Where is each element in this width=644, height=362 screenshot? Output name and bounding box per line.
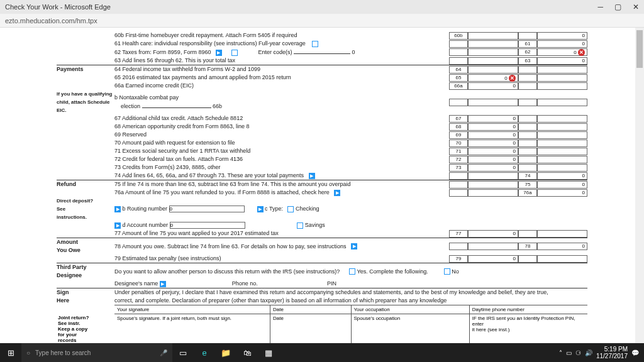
section-sign-here: Sign Here	[57, 288, 114, 305]
val-70[interactable]: 0	[468, 140, 518, 147]
daytime-phone-box[interactable]: Daytime phone number	[470, 305, 587, 314]
store-icon[interactable]: 🛍	[236, 343, 258, 362]
wifi-icon[interactable]: ⚆	[575, 349, 581, 356]
val-66a[interactable]: 0	[468, 82, 518, 90]
section-third-party: Third Party Designee	[57, 263, 114, 280]
play-icon[interactable]: ▶	[334, 190, 340, 196]
checkbox-tp-yes[interactable]	[349, 268, 355, 275]
declaration-2: correct, and complete. Declaration of pr…	[114, 297, 447, 304]
checkbox-checking[interactable]	[287, 206, 294, 212]
val-72[interactable]: 0	[468, 156, 518, 163]
line-64-text: 64 Federal income tax withheld from Form…	[114, 65, 449, 74]
linebox-62: 62	[518, 48, 537, 56]
close-icon[interactable]: ✕	[633, 3, 639, 11]
val-75[interactable]: 0	[537, 181, 587, 189]
line-72-text: 72 Credit for federal tax on fuels. Atta…	[114, 155, 449, 163]
error-icon: ✕	[509, 75, 516, 82]
val-73[interactable]: 0	[468, 164, 518, 172]
pin-label: PIN	[327, 280, 336, 287]
checkbox-tp-no[interactable]	[444, 268, 450, 275]
line-67-text: 67 Additional child tax credit. Attach S…	[114, 114, 449, 123]
section-dd: Direct deposit? See instructions.	[57, 197, 114, 221]
account-input[interactable]	[170, 222, 245, 229]
joint-return-label: Joint return? See instr. Keep a copy for…	[57, 314, 114, 343]
section-payments: Payments	[57, 65, 114, 74]
play-icon[interactable]: ▶	[160, 281, 166, 287]
election-label: election	[121, 103, 140, 109]
task-view-icon[interactable]: ▭	[172, 343, 194, 362]
spouse-occupation-box[interactable]: Spouse's occupation	[352, 314, 470, 343]
account-label: d Account number	[123, 222, 169, 228]
line-70-text: 70 Amount paid with request for extensio…	[114, 139, 449, 147]
val-64[interactable]	[468, 66, 518, 74]
line-77-text: 77 Amount of line 75 you want applied to…	[114, 229, 449, 238]
type-label: c Type:	[265, 206, 283, 212]
routing-input[interactable]	[169, 206, 245, 212]
linebox-61: 61	[518, 40, 537, 48]
date-box[interactable]: Date	[270, 305, 352, 314]
val-76a[interactable]: 0	[537, 189, 587, 197]
battery-icon[interactable]: ▭	[566, 349, 572, 356]
your-signature-box[interactable]: Your signature	[114, 305, 270, 314]
volume-icon[interactable]: 🔊	[585, 349, 592, 356]
checkbox-62[interactable]	[231, 50, 238, 56]
edge-icon[interactable]: e	[194, 343, 215, 362]
val-69[interactable]: 0	[468, 131, 518, 139]
spouse-signature-box[interactable]: Spouse's signature. If a joint return, b…	[114, 314, 270, 343]
windows-taskbar: ⊞ ○ Type here to search 🎤 ▭ e 📁 🛍 ▦ ˄ ▭ …	[0, 343, 644, 362]
address-bar[interactable]: ezto.mheducation.com/hm.tpx	[0, 14, 644, 28]
search-placeholder: Type here to search	[35, 349, 91, 356]
your-occupation-box[interactable]: Your occupation	[352, 305, 470, 314]
file-explorer-icon[interactable]: 📁	[215, 343, 236, 362]
minimize-icon[interactable]: ─	[597, 3, 603, 11]
line-78-text: 78 Amount you owe. Subtract line 74 from…	[114, 243, 347, 250]
vertical-scrollbar[interactable]	[635, 28, 644, 343]
val-63[interactable]: 0	[537, 57, 587, 65]
combat-pay-input[interactable]	[142, 102, 211, 108]
checkbox-fullyear[interactable]	[312, 41, 318, 47]
linebox-63: 63	[518, 57, 537, 65]
maximize-icon[interactable]: ▢	[614, 3, 621, 11]
val-61[interactable]: 0	[537, 40, 587, 48]
val-79[interactable]: 0	[468, 255, 518, 263]
taskbar-clock[interactable]: 5:19 PM 11/27/2017	[596, 346, 628, 359]
val-60b[interactable]: 0	[537, 32, 587, 40]
line-65-text: 65 2016 estimated tax payments and amoun…	[114, 74, 449, 82]
val-71[interactable]: 0	[468, 148, 518, 155]
window-title: Check Your Work - Microsoft Edge	[5, 3, 111, 11]
codes-input[interactable]	[294, 48, 350, 54]
val-67[interactable]: 0	[468, 115, 518, 123]
start-button[interactable]: ⊞	[0, 343, 21, 362]
app-icon[interactable]: ▦	[258, 343, 279, 362]
notification-icon[interactable]: 💬	[631, 349, 639, 356]
line-79-text: 79 Estimated tax penalty (see instructio…	[114, 255, 449, 263]
play-icon[interactable]: ▶	[309, 173, 315, 179]
mic-icon[interactable]: 🎤	[160, 349, 167, 356]
linebox-65: 65	[449, 74, 468, 82]
line-66b-text: b Nontaxable combat pay	[114, 94, 179, 101]
checkbox-savings[interactable]	[297, 222, 303, 229]
line-75-text: 75 If line 74 is more than line 63, subt…	[114, 180, 449, 189]
val-77[interactable]: 0	[468, 230, 518, 238]
scroll-thumb[interactable]	[636, 30, 643, 68]
id-pin-box[interactable]: IF the IRS sent you an Identity Protecti…	[470, 314, 587, 343]
tray-up-icon[interactable]: ˄	[559, 349, 562, 356]
play-icon[interactable]: ▶	[257, 206, 264, 212]
section-amount-owe: Amount You Owe	[57, 238, 114, 255]
play-icon[interactable]: ▶	[216, 50, 222, 56]
play-icon[interactable]: ▶	[114, 222, 121, 229]
play-icon[interactable]: ▶	[114, 206, 121, 212]
window-titlebar: Check Your Work - Microsoft Edge ─ ▢ ✕	[0, 0, 644, 14]
error-icon: ✕	[578, 49, 585, 56]
val-74[interactable]: 0	[537, 172, 587, 180]
line-71-text: 71 Excess social security and tier 1 RRT…	[114, 147, 449, 155]
search-icon: ○	[26, 349, 30, 356]
line-62-text: 62 Taxes from: Form 8959, Form 8960	[114, 49, 211, 55]
val-62[interactable]: 0 ✕	[537, 48, 587, 56]
val-68[interactable]: 0	[468, 123, 518, 131]
val-78[interactable]: 0	[537, 243, 587, 250]
taskbar-search[interactable]: ○ Type here to search 🎤	[21, 343, 172, 362]
spouse-date-box[interactable]: Date	[270, 314, 352, 343]
play-icon[interactable]: ▶	[351, 243, 357, 250]
val-65[interactable]: 0 ✕	[468, 74, 518, 82]
